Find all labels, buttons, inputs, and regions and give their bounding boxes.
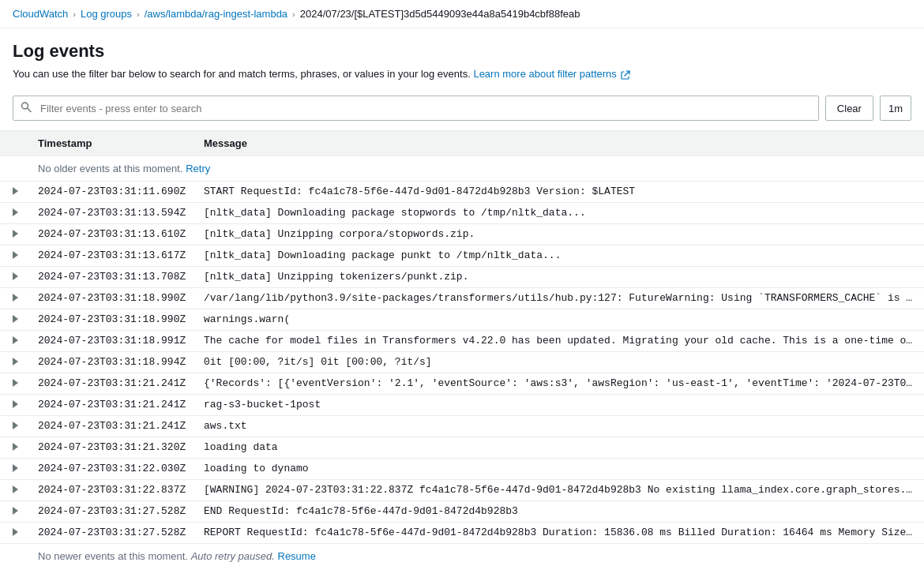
filter-bar: Clear 1m [0,96,924,130]
timestamp-cell: 2024-07-23T03:31:27.528Z [28,501,194,523]
message-cell: END RequestId: fc4a1c78-5f6e-447d-9d01-8… [194,501,924,523]
expand-row-button[interactable] [9,527,21,539]
expand-row-button[interactable] [9,271,21,283]
table-row: 2024-07-23T03:31:27.528ZREPORT RequestId… [0,523,924,544]
expand-row-button[interactable] [9,484,21,497]
external-link-icon [621,70,630,80]
log-table-wrapper: Timestamp Message No older events at thi… [0,130,924,566]
message-cell: aws.txt [194,416,924,437]
timestamp-cell: 2024-07-23T03:31:18.994Z [28,352,194,373]
breadcrumb-lambda-path[interactable]: /aws/lambda/rag-ingest-lambda [145,8,287,20]
timestamp-cell: 2024-07-23T03:31:13.708Z [28,267,194,288]
description-text: You can use the filter bar below to sear… [13,68,471,80]
col-header-message: Message [194,131,924,156]
message-cell: 0it [00:00, ?it/s] 0it [00:00, ?it/s] [194,352,924,373]
message-cell: [nltk_data] Unzipping tokenizers/punkt.z… [194,267,924,288]
message-cell: START RequestId: fc4a1c78-5f6e-447d-9d01… [194,182,924,203]
expand-row-button[interactable] [9,313,21,326]
chevron-right-icon [13,208,18,216]
breadcrumb-cloudwatch[interactable]: CloudWatch [13,8,68,20]
timestamp-cell: 2024-07-23T03:31:18.990Z [28,309,194,331]
timestamp-cell: 2024-07-23T03:31:22.030Z [28,459,194,480]
message-cell: REPORT RequestId: fc4a1c78-5f6e-447d-9d0… [194,523,924,544]
page-header: Log events You can use the filter bar be… [0,28,924,96]
expand-row-button[interactable] [9,441,21,454]
breadcrumb-log-groups[interactable]: Log groups [81,8,132,20]
expand-row-button[interactable] [9,207,21,219]
chevron-right-icon [13,464,18,472]
chevron-right-icon [13,336,18,344]
learn-more-link[interactable]: Learn more about filter patterns [473,68,616,80]
chevron-right-icon [13,379,18,387]
expand-row-button[interactable] [9,463,21,475]
clear-button[interactable]: Clear [825,96,873,121]
no-older-text: No older events at this moment. [38,163,183,174]
message-cell: warnings.warn( [194,309,924,331]
message-cell: loading to dynamo [194,459,924,480]
timestamp-cell: 2024-07-23T03:31:21.241Z [28,416,194,437]
timestamp-cell: 2024-07-23T03:31:11.690Z [28,182,194,203]
col-header-expand [0,131,28,156]
timestamp-cell: 2024-07-23T03:31:21.241Z [28,395,194,416]
table-row: 2024-07-23T03:31:13.708Z[nltk_data] Unzi… [0,267,924,288]
message-cell: [WARNING] 2024-07-23T03:31:22.837Z fc4a1… [194,480,924,501]
search-input[interactable] [13,96,819,121]
retry-link[interactable]: Retry [186,163,210,174]
table-row: 2024-07-23T03:31:22.030Zloading to dynam… [0,459,924,480]
chevron-right-icon [13,400,18,408]
no-newer-events-row: No newer events at this moment. Auto ret… [0,544,924,567]
breadcrumb-separator-1: › [73,9,76,19]
expand-row-button[interactable] [9,335,21,347]
page-title: Log events [13,41,911,62]
expand-row-button[interactable] [9,249,21,262]
timestamp-cell: 2024-07-23T03:31:13.617Z [28,246,194,267]
time-range-button[interactable]: 1m [880,96,911,121]
timestamp-cell: 2024-07-23T03:31:13.594Z [28,203,194,224]
table-row: 2024-07-23T03:31:21.241Z{'Records': [{'e… [0,373,924,395]
message-cell: rag-s3-bucket-1post [194,395,924,416]
chevron-right-icon [13,315,18,323]
table-row: 2024-07-23T03:31:22.837Z[WARNING] 2024-0… [0,480,924,501]
timestamp-cell: 2024-07-23T03:31:18.991Z [28,331,194,352]
chevron-right-icon [13,187,18,195]
expand-row-button[interactable] [9,186,21,198]
resume-link[interactable]: Resume [278,550,316,562]
timestamp-cell: 2024-07-23T03:31:22.837Z [28,480,194,501]
chevron-right-icon [13,230,18,238]
table-row: 2024-07-23T03:31:21.320Zloading data [0,437,924,459]
message-cell: [nltk_data] Downloading package punkt to… [194,246,924,267]
table-row: 2024-07-23T03:31:21.241Zrag-s3-bucket-1p… [0,395,924,416]
chevron-right-icon [13,358,18,365]
table-row: 2024-07-23T03:31:18.990Z/var/lang/lib/py… [0,288,924,309]
expand-row-button[interactable] [9,292,21,305]
chevron-right-icon [13,294,18,302]
message-cell: [nltk_data] Unzipping corpora/stopwords.… [194,224,924,246]
chevron-right-icon [13,251,18,259]
chevron-right-icon [13,272,18,280]
chevron-right-icon [13,507,18,515]
chevron-right-icon [13,443,18,451]
table-row: 2024-07-23T03:31:13.617Z[nltk_data] Down… [0,246,924,267]
breadcrumb-current: 2024/07/23/[$LATEST]3d5d5449093e44a8a541… [300,8,580,20]
timestamp-cell: 2024-07-23T03:31:13.610Z [28,224,194,246]
chevron-right-icon [13,485,18,493]
search-container [13,96,819,121]
expand-row-button[interactable] [9,228,21,241]
breadcrumb-separator-2: › [137,9,140,19]
auto-retry-text: Auto retry paused. [191,550,278,562]
col-header-timestamp: Timestamp [28,131,194,156]
expand-row-button[interactable] [9,420,21,433]
table-row: 2024-07-23T03:31:11.690ZSTART RequestId:… [0,182,924,203]
expand-row-button[interactable] [9,356,21,369]
table-row: 2024-07-23T03:31:18.990Zwarnings.warn( [0,309,924,331]
breadcrumb-separator-3: › [292,9,295,19]
expand-row-button[interactable] [9,505,21,518]
no-newer-text: No newer events at this moment. [38,550,191,562]
timestamp-cell: 2024-07-23T03:31:21.241Z [28,373,194,395]
message-cell: loading data [194,437,924,459]
log-table: Timestamp Message No older events at thi… [0,130,924,566]
message-cell: /var/lang/lib/python3.9/site-packages/tr… [194,288,924,309]
message-cell: {'Records': [{'eventVersion': '2.1', 'ev… [194,373,924,395]
expand-row-button[interactable] [9,377,21,390]
expand-row-button[interactable] [9,399,21,411]
